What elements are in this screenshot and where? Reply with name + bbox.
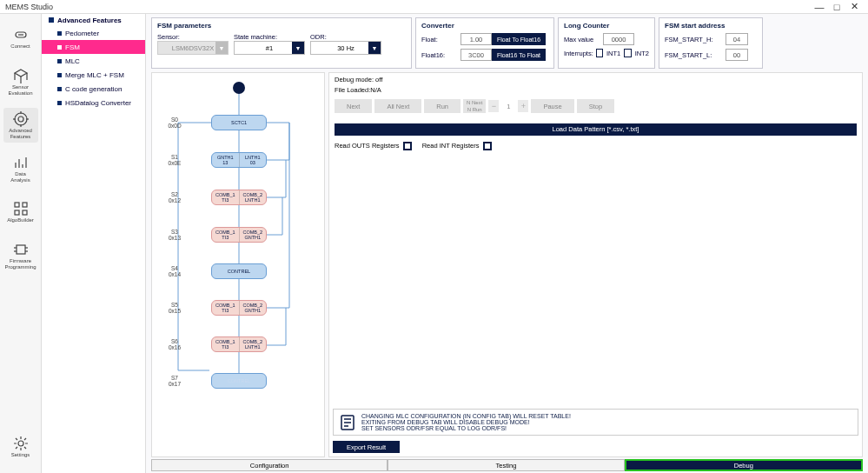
block-s3[interactable]: COMB_1 TI3COMB_2 GNTH1 — [211, 227, 267, 243]
decrement-button[interactable]: − — [488, 100, 499, 112]
chart-icon — [13, 155, 29, 170]
sensor-label: Sensor Evaluation — [8, 84, 32, 96]
odr-select[interactable]: 30 Hz▼ — [310, 41, 381, 55]
settings-label: Settings — [11, 452, 30, 458]
debug-panel: Debug mode: off File Loaded:N/A Next All… — [328, 72, 863, 457]
gear-icon — [13, 111, 29, 127]
state-s0-label: S0 0x0D — [164, 117, 185, 129]
sidebar-item-merge[interactable]: Merge MLC + FSM — [42, 68, 145, 82]
tab-configuration[interactable]: Configuration — [151, 459, 388, 471]
state-label: State machine: — [234, 33, 305, 41]
sidebar-item-ccode[interactable]: C code generation — [42, 82, 145, 96]
n-next-button[interactable]: N Next — [463, 99, 486, 106]
fsm-parameters-panel: FSM parameters Sensor: LSM6DSV32X▼ State… — [151, 17, 412, 69]
addr-title: FSM start address — [665, 22, 757, 30]
fsm-start-address-panel: FSM start address FSM_START_H: FSM_START… — [659, 17, 763, 69]
float16-to-float-button[interactable]: Float16 To Float — [492, 49, 546, 61]
block-s2[interactable]: COMB_1 TI3COMB_2 LNTH1 — [211, 190, 267, 205]
document-icon — [339, 414, 356, 431]
sidebar-item-hsdatalog[interactable]: HSDatalog Converter — [42, 96, 145, 110]
debug-mode-row: Debug mode: off — [329, 73, 862, 86]
chevron-down-icon: ▼ — [368, 42, 381, 54]
tab-testing[interactable]: Testing — [388, 459, 624, 471]
chip-icon — [13, 242, 29, 257]
stop-button[interactable]: Stop — [577, 99, 614, 113]
state-s3-label: S3 0x13 — [164, 229, 185, 241]
converter-panel: Converter Float:Float To Float16 Float16… — [415, 17, 554, 69]
algo-label: AlgoBuilder — [7, 217, 34, 223]
close-button[interactable]: ✕ — [845, 1, 863, 12]
fsm-title: FSM parameters — [157, 22, 406, 30]
block-s1[interactable]: GNTH1 13LNTH1 03 — [211, 152, 267, 168]
bottom-tabs: Configuration Testing Debug — [151, 459, 863, 471]
float-input[interactable] — [461, 33, 492, 45]
sidebar-item-pedometer[interactable]: Pedometer — [42, 26, 145, 40]
connect-button[interactable]: Connect — [3, 21, 38, 56]
settings-icon — [13, 436, 29, 451]
block-contrel2[interactable]: CONTREL — [211, 373, 267, 389]
max-value-input[interactable] — [603, 33, 634, 45]
n-count-spinner[interactable]: − 1 + — [488, 100, 528, 112]
connect-label: Connect — [10, 43, 30, 50]
load-data-pattern-button[interactable]: Load Data Pattern [*.csv, *.txt] — [335, 123, 857, 136]
state-s2-label: S2 0x12 — [164, 191, 185, 203]
data-analysis-button[interactable]: Data Analysis — [3, 151, 38, 186]
sidebar-item-mlc[interactable]: MLC — [42, 54, 145, 68]
fsm-start-h-input[interactable] — [726, 33, 748, 45]
cube-icon — [13, 68, 29, 83]
sidebar-item-fsm[interactable]: FSM — [42, 40, 145, 54]
fsm-diagram: S0 0x0D SCTC1 S1 0x0E GNTH1 13LNTH1 03 S… — [151, 72, 325, 457]
float16-input[interactable] — [461, 49, 492, 61]
algobuilder-button[interactable]: AlgoBuilder — [3, 195, 38, 230]
maximize-button[interactable]: □ — [828, 2, 845, 12]
run-button[interactable]: Run — [424, 99, 461, 113]
svg-rect-20 — [17, 245, 25, 254]
int1-checkbox[interactable] — [596, 49, 603, 57]
start-node — [233, 82, 245, 94]
read-int-checkbox[interactable] — [483, 142, 492, 150]
state-machine-select[interactable]: #1▼ — [234, 41, 305, 55]
state-s7-label: S7 0x17 — [164, 375, 185, 387]
content: FSM parameters Sensor: LSM6DSV32X▼ State… — [146, 14, 868, 473]
converter-title: Converter — [421, 22, 548, 30]
sensor-eval-button[interactable]: Sensor Evaluation — [3, 64, 38, 99]
sidebar-header: Advanced Features — [42, 14, 145, 26]
svg-marker-2 — [15, 70, 27, 77]
block-s5[interactable]: COMB_1 TI3COMB_2 GNTH1 — [211, 300, 267, 316]
next-button[interactable]: Next — [335, 99, 372, 113]
sensor-select[interactable]: LSM6DSV32X▼ — [157, 41, 229, 55]
firmware-label: Firmware Programming — [4, 258, 36, 270]
dot-icon — [49, 17, 54, 23]
svg-rect-18 — [15, 210, 19, 215]
pause-button[interactable]: Pause — [531, 99, 573, 113]
app-title: MEMS Studio — [5, 3, 53, 11]
minimize-button[interactable]: — — [811, 2, 828, 12]
block-contrel1[interactable]: CONTREL — [211, 263, 267, 279]
svg-point-6 — [18, 117, 23, 122]
tab-debug[interactable]: Debug — [625, 459, 863, 471]
firmware-button[interactable]: Firmware Programming — [3, 238, 38, 273]
long-counter-panel: Long Counter Max value Interrupts:INT1IN… — [558, 17, 655, 69]
all-next-button[interactable]: All Next — [374, 99, 421, 113]
fsm-start-l-input[interactable] — [726, 49, 748, 61]
settings-button[interactable]: Settings — [3, 430, 38, 464]
state-s1-label: S1 0x0E — [164, 154, 185, 166]
read-outs-checkbox[interactable] — [403, 142, 412, 150]
int2-checkbox[interactable] — [624, 49, 631, 57]
block-sctc1[interactable]: SCTC1 — [211, 115, 267, 130]
sensor-label: Sensor: — [157, 33, 229, 41]
float-to-float16-button[interactable]: Float To Float16 — [492, 33, 546, 45]
read-outs-label: Read OUTS Registers — [335, 142, 412, 150]
block-s6[interactable]: COMB_1 TI3COMB_2 LNTH1 — [211, 336, 267, 352]
svg-point-25 — [18, 441, 23, 446]
state-s5-label: S5 0x15 — [164, 302, 185, 314]
blocks-icon — [13, 201, 29, 217]
export-result-button[interactable]: Export Result — [333, 441, 400, 453]
chevron-down-icon: ▼ — [215, 42, 228, 54]
sidebar: Advanced Features Pedometer FSM MLC Merg… — [42, 14, 146, 473]
chevron-down-icon: ▼ — [292, 42, 304, 54]
odr-label: ODR: — [310, 33, 381, 41]
n-run-button[interactable]: N Run — [463, 106, 486, 113]
advanced-features-button[interactable]: Advanced Features — [3, 108, 38, 143]
increment-button[interactable]: + — [518, 100, 528, 112]
